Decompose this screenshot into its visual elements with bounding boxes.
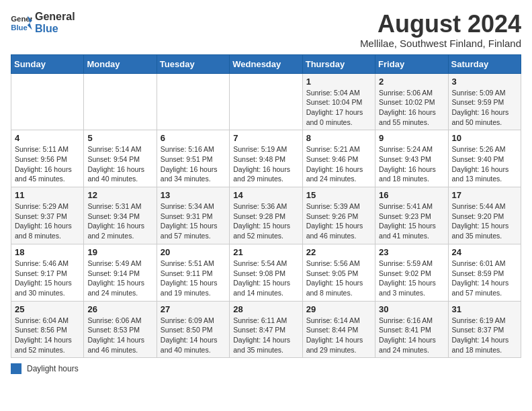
cell-info: Sunrise: 6:14 AMSunset: 8:44 PMDaylight:… <box>306 316 371 355</box>
day-number: 27 <box>161 304 226 314</box>
calendar-cell: 2Sunrise: 5:06 AMSunset: 10:02 PMDayligh… <box>375 73 448 130</box>
calendar-week-3: 11Sunrise: 5:29 AMSunset: 9:37 PMDayligh… <box>11 187 521 244</box>
calendar-cell: 4Sunrise: 5:11 AMSunset: 9:56 PMDaylight… <box>11 130 84 187</box>
calendar-cell <box>230 73 302 130</box>
calendar-cell: 16Sunrise: 5:41 AMSunset: 9:23 PMDayligh… <box>375 187 448 244</box>
calendar-cell: 26Sunrise: 6:06 AMSunset: 8:53 PMDayligh… <box>84 301 157 358</box>
cell-info: Sunrise: 6:11 AMSunset: 8:47 PMDaylight:… <box>233 316 298 355</box>
cell-info: Sunrise: 5:21 AMSunset: 9:46 PMDaylight:… <box>306 144 371 184</box>
calendar-cell: 23Sunrise: 5:59 AMSunset: 9:02 PMDayligh… <box>375 244 448 301</box>
day-number: 25 <box>15 304 80 314</box>
day-number: 30 <box>379 304 444 314</box>
day-number: 9 <box>379 133 444 143</box>
calendar-cell: 30Sunrise: 6:16 AMSunset: 8:41 PMDayligh… <box>375 301 448 358</box>
legend-box <box>11 363 21 374</box>
cell-info: Sunrise: 6:16 AMSunset: 8:41 PMDaylight:… <box>379 316 444 355</box>
day-number: 14 <box>233 190 298 200</box>
cell-info: Sunrise: 5:46 AMSunset: 9:17 PMDaylight:… <box>15 259 80 298</box>
cell-info: Sunrise: 5:59 AMSunset: 9:02 PMDaylight:… <box>379 259 444 298</box>
day-number: 12 <box>87 190 152 200</box>
calendar-cell: 8Sunrise: 5:21 AMSunset: 9:46 PMDaylight… <box>302 130 375 187</box>
day-number: 21 <box>233 247 298 257</box>
cell-info: Sunrise: 5:44 AMSunset: 9:20 PMDaylight:… <box>452 201 517 241</box>
calendar-cell: 15Sunrise: 5:39 AMSunset: 9:26 PMDayligh… <box>302 187 375 244</box>
cell-info: Sunrise: 5:54 AMSunset: 9:08 PMDaylight:… <box>233 259 298 298</box>
day-number: 4 <box>15 133 80 143</box>
calendar-cell: 13Sunrise: 5:34 AMSunset: 9:31 PMDayligh… <box>157 187 229 244</box>
calendar-header-sunday: Sunday <box>11 54 84 73</box>
calendar-header-tuesday: Tuesday <box>157 54 229 73</box>
day-number: 6 <box>161 133 226 143</box>
day-number: 1 <box>306 77 371 87</box>
day-number: 17 <box>452 190 517 200</box>
day-number: 8 <box>306 133 371 143</box>
cell-info: Sunrise: 5:26 AMSunset: 9:40 PMDaylight:… <box>452 144 517 184</box>
calendar-header-saturday: Saturday <box>448 54 521 73</box>
day-number: 24 <box>452 247 517 257</box>
calendar-cell <box>11 73 84 130</box>
cell-info: Sunrise: 6:01 AMSunset: 8:59 PMDaylight:… <box>452 259 517 298</box>
day-number: 31 <box>452 304 517 314</box>
calendar-header-wednesday: Wednesday <box>230 54 302 73</box>
day-number: 7 <box>233 133 298 143</box>
calendar-week-2: 4Sunrise: 5:11 AMSunset: 9:56 PMDaylight… <box>11 130 521 187</box>
cell-info: Sunrise: 5:31 AMSunset: 9:34 PMDaylight:… <box>87 201 152 241</box>
calendar-cell: 10Sunrise: 5:26 AMSunset: 9:40 PMDayligh… <box>448 130 521 187</box>
title-block: August 2024 Mellilae, Southwest Finland,… <box>360 11 521 49</box>
cell-info: Sunrise: 6:19 AMSunset: 8:37 PMDaylight:… <box>452 316 517 355</box>
calendar-cell: 20Sunrise: 5:51 AMSunset: 9:11 PMDayligh… <box>157 244 229 301</box>
cell-info: Sunrise: 5:14 AMSunset: 9:54 PMDaylight:… <box>87 144 152 184</box>
calendar-cell <box>157 73 229 130</box>
calendar-cell: 22Sunrise: 5:56 AMSunset: 9:05 PMDayligh… <box>302 244 375 301</box>
calendar-cell: 9Sunrise: 5:24 AMSunset: 9:43 PMDaylight… <box>375 130 448 187</box>
calendar-cell: 31Sunrise: 6:19 AMSunset: 8:37 PMDayligh… <box>448 301 521 358</box>
calendar-cell: 11Sunrise: 5:29 AMSunset: 9:37 PMDayligh… <box>11 187 84 244</box>
day-number: 29 <box>306 304 371 314</box>
cell-info: Sunrise: 5:51 AMSunset: 9:11 PMDaylight:… <box>161 259 226 298</box>
calendar-cell: 14Sunrise: 5:36 AMSunset: 9:28 PMDayligh… <box>230 187 302 244</box>
legend: Daylight hours <box>11 363 521 374</box>
cell-info: Sunrise: 5:16 AMSunset: 9:51 PMDaylight:… <box>161 144 226 184</box>
logo-blue: Blue <box>35 23 75 35</box>
calendar-cell: 3Sunrise: 5:09 AMSunset: 9:59 PMDaylight… <box>448 73 521 130</box>
cell-info: Sunrise: 5:39 AMSunset: 9:26 PMDaylight:… <box>306 201 371 241</box>
cell-info: Sunrise: 5:36 AMSunset: 9:28 PMDaylight:… <box>233 201 298 241</box>
calendar-cell: 29Sunrise: 6:14 AMSunset: 8:44 PMDayligh… <box>302 301 375 358</box>
cell-info: Sunrise: 5:56 AMSunset: 9:05 PMDaylight:… <box>306 259 371 298</box>
day-number: 2 <box>379 77 444 87</box>
calendar-cell: 18Sunrise: 5:46 AMSunset: 9:17 PMDayligh… <box>11 244 84 301</box>
day-number: 26 <box>87 304 152 314</box>
day-number: 20 <box>161 247 226 257</box>
calendar-header-row: SundayMondayTuesdayWednesdayThursdayFrid… <box>11 54 521 73</box>
day-number: 23 <box>379 247 444 257</box>
legend-label: Daylight hours <box>27 364 79 373</box>
calendar-cell: 27Sunrise: 6:09 AMSunset: 8:50 PMDayligh… <box>157 301 229 358</box>
calendar-cell: 25Sunrise: 6:04 AMSunset: 8:56 PMDayligh… <box>11 301 84 358</box>
calendar-header-monday: Monday <box>84 54 157 73</box>
cell-info: Sunrise: 5:19 AMSunset: 9:48 PMDaylight:… <box>233 144 298 184</box>
day-number: 15 <box>306 190 371 200</box>
calendar-cell: 12Sunrise: 5:31 AMSunset: 9:34 PMDayligh… <box>84 187 157 244</box>
cell-info: Sunrise: 5:34 AMSunset: 9:31 PMDaylight:… <box>161 201 226 241</box>
day-number: 11 <box>15 190 80 200</box>
logo-icon: General Blue <box>11 13 32 32</box>
cell-info: Sunrise: 5:09 AMSunset: 9:59 PMDaylight:… <box>452 88 517 128</box>
day-number: 10 <box>452 133 517 143</box>
cell-info: Sunrise: 5:24 AMSunset: 9:43 PMDaylight:… <box>379 144 444 184</box>
cell-info: Sunrise: 5:41 AMSunset: 9:23 PMDaylight:… <box>379 201 444 241</box>
calendar-cell: 19Sunrise: 5:49 AMSunset: 9:14 PMDayligh… <box>84 244 157 301</box>
calendar-week-4: 18Sunrise: 5:46 AMSunset: 9:17 PMDayligh… <box>11 244 521 301</box>
day-number: 18 <box>15 247 80 257</box>
calendar: SundayMondayTuesdayWednesdayThursdayFrid… <box>11 54 521 359</box>
calendar-week-1: 1Sunrise: 5:04 AMSunset: 10:04 PMDayligh… <box>11 73 521 130</box>
day-number: 13 <box>161 190 226 200</box>
calendar-cell: 6Sunrise: 5:16 AMSunset: 9:51 PMDaylight… <box>157 130 229 187</box>
logo-general: General <box>35 11 75 23</box>
calendar-cell: 24Sunrise: 6:01 AMSunset: 8:59 PMDayligh… <box>448 244 521 301</box>
calendar-header-thursday: Thursday <box>302 54 375 73</box>
calendar-cell: 28Sunrise: 6:11 AMSunset: 8:47 PMDayligh… <box>230 301 302 358</box>
calendar-header-friday: Friday <box>375 54 448 73</box>
cell-info: Sunrise: 5:06 AMSunset: 10:02 PMDaylight… <box>379 88 444 128</box>
calendar-cell: 21Sunrise: 5:54 AMSunset: 9:08 PMDayligh… <box>230 244 302 301</box>
cell-info: Sunrise: 6:09 AMSunset: 8:50 PMDaylight:… <box>161 316 226 355</box>
